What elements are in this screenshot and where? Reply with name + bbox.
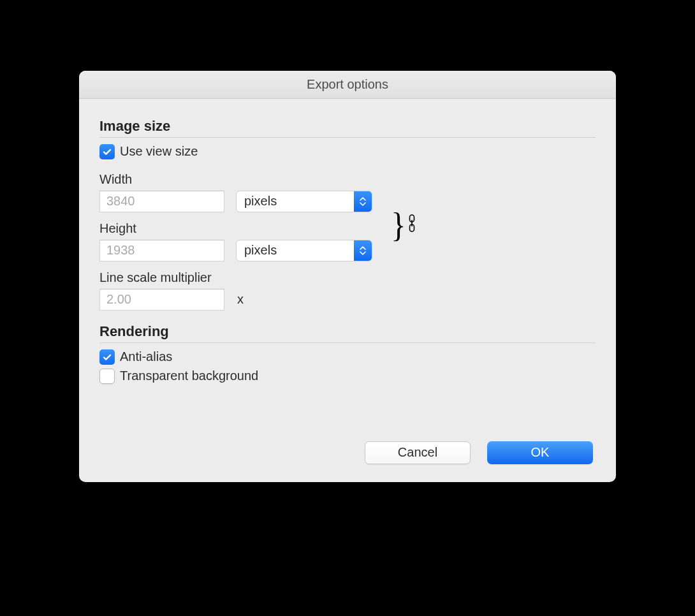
width-input[interactable] [99,191,224,212]
line-scale-label: Line scale multiplier [99,270,596,285]
line-scale-row: Line scale multiplier x [99,270,596,311]
cancel-button[interactable]: Cancel [365,441,471,464]
brace-icon: } [391,208,406,242]
dialog-content: Image size Use view size Width pixels [79,99,616,403]
image-size-heading: Image size [99,118,596,135]
divider [99,137,596,138]
anti-alias-row: Anti-alias [99,349,596,365]
width-unit-select[interactable]: pixels [236,191,372,212]
anti-alias-label: Anti-alias [120,349,172,364]
line-scale-controls: x [99,289,596,311]
dialog-title: Export options [307,77,388,92]
select-stepper-icon [354,240,372,261]
transparent-bg-row: Transparent background [99,369,596,384]
select-stepper-icon [354,191,372,212]
width-row: Width pixels [99,172,372,212]
dimensions-group: Width pixels Height [99,163,596,261]
height-input[interactable] [99,240,224,261]
aspect-link-indicator: } [390,189,416,261]
use-view-size-checkbox[interactable] [99,144,115,159]
line-scale-suffix: x [237,292,244,307]
transparent-bg-label: Transparent background [120,369,258,383]
use-view-size-label: Use view size [120,144,198,159]
use-view-size-row: Use view size [99,144,596,159]
transparent-bg-checkbox[interactable] [99,369,115,384]
dialog-titlebar: Export options [79,71,616,99]
height-label: Height [99,221,372,236]
divider [99,342,596,343]
dialog-buttons: Cancel OK [79,403,616,482]
rendering-heading: Rendering [99,323,596,340]
width-unit-label: pixels [237,194,354,209]
width-controls: pixels [99,191,372,212]
checkmark-icon [102,352,112,362]
anti-alias-checkbox[interactable] [99,349,115,365]
height-unit-select[interactable]: pixels [236,240,372,261]
link-icon[interactable] [408,214,416,235]
ok-button[interactable]: OK [487,441,593,464]
checkmark-icon [102,147,112,157]
height-controls: pixels [99,240,372,261]
height-row: Height pixels [99,221,372,261]
dimensions-left: Width pixels Height [99,163,372,261]
height-unit-label: pixels [237,243,354,258]
export-options-dialog: Export options Image size Use view size … [79,71,616,482]
width-label: Width [99,172,372,187]
line-scale-input[interactable] [99,289,224,311]
